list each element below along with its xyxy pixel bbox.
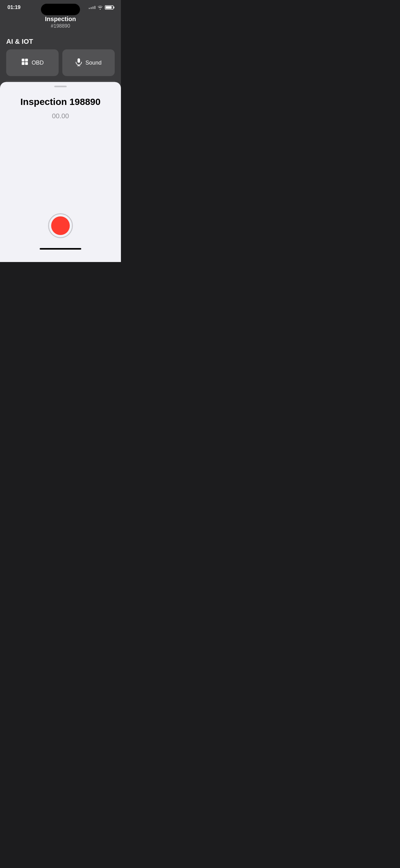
sheet-time: 00.00 (0, 112, 121, 120)
svg-rect-0 (22, 59, 25, 61)
home-indicator (40, 248, 81, 250)
dynamic-island (41, 4, 80, 15)
microphone-icon (75, 58, 82, 67)
svg-rect-4 (77, 58, 80, 63)
sheet-content-area (0, 132, 121, 201)
sound-card[interactable]: Sound (62, 49, 115, 76)
record-button-wrap (0, 213, 121, 244)
status-icons (89, 5, 113, 10)
obd-card[interactable]: OBD (6, 49, 59, 76)
svg-rect-2 (22, 62, 25, 65)
ai-section-label: AI & IOT (0, 34, 121, 49)
svg-rect-1 (25, 59, 28, 61)
sound-label: Sound (85, 60, 101, 66)
ai-grid: OBD Sound (0, 49, 121, 81)
record-button-inner (51, 216, 70, 235)
wifi-icon (97, 5, 103, 10)
nav-subtitle: #198890 (6, 23, 115, 29)
obd-icon (21, 58, 29, 67)
status-bar: 01:19 (0, 0, 121, 13)
battery-icon (105, 5, 113, 10)
sheet-handle (54, 86, 67, 87)
record-button[interactable] (48, 213, 73, 238)
nav-title: Inspection (6, 16, 115, 23)
svg-rect-3 (25, 62, 28, 65)
sheet-title: Inspection 198890 (0, 97, 121, 107)
signal-icon (89, 6, 96, 9)
bottom-sheet: Inspection 198890 00.00 (0, 82, 121, 262)
obd-label: OBD (32, 60, 44, 66)
nav-header: Inspection #198890 (0, 13, 121, 34)
status-time: 01:19 (7, 4, 21, 10)
